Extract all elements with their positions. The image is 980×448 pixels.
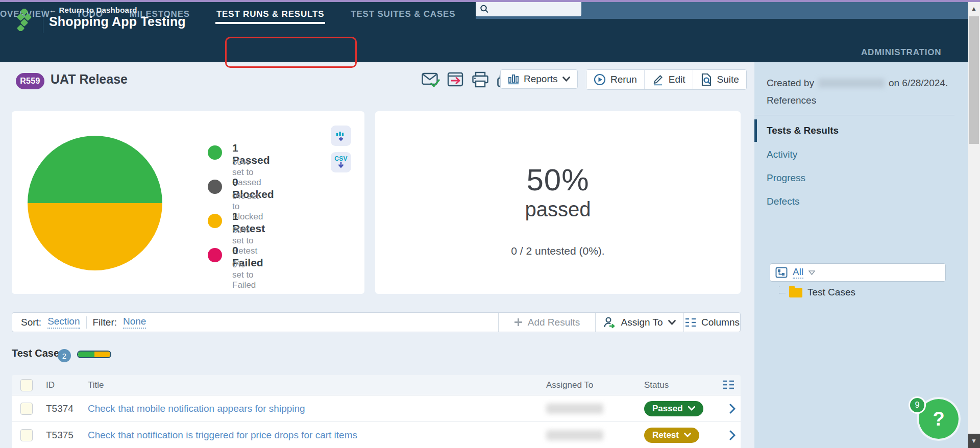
run-action-buttons: Rerun Edit Suite xyxy=(586,69,747,90)
table-row[interactable]: T5374 Check that mobile notification app… xyxy=(12,395,741,422)
status-label: Retest xyxy=(652,430,679,440)
divider xyxy=(43,9,43,33)
sort-filter-bar: Sort: Section Filter: None Add Results A… xyxy=(12,312,741,332)
retest-dot-icon xyxy=(208,214,222,228)
status-label: Passed xyxy=(652,404,683,414)
column-header-title: Title xyxy=(88,375,104,395)
status-dropdown-retest[interactable]: Retest xyxy=(644,428,699,443)
chevron-down-icon xyxy=(684,433,691,437)
assign-person-icon xyxy=(603,316,616,329)
tab-administration[interactable]: ADMINISTRATION xyxy=(861,40,941,64)
select-all-checkbox[interactable] xyxy=(20,379,33,391)
tree-all-link[interactable]: All xyxy=(793,266,803,279)
edit-label: Edit xyxy=(669,74,685,85)
tree-connector xyxy=(779,286,786,293)
row-checkbox[interactable] xyxy=(20,429,33,441)
sidebar-item-defects[interactable]: Defects xyxy=(767,196,799,207)
sidebar-item-progress[interactable]: Progress xyxy=(767,172,805,184)
filter-value-link[interactable]: None xyxy=(123,316,146,329)
print-icon[interactable] xyxy=(472,71,489,88)
search-icon xyxy=(479,4,489,14)
suite-filter-dropdown[interactable]: All xyxy=(770,263,946,282)
return-to-dashboard-link[interactable]: ← Return to Dashboard xyxy=(49,6,137,14)
sort-value-link[interactable]: Section xyxy=(47,316,80,329)
assign-to-label: Assign To xyxy=(621,317,663,328)
sort-label: Sort: xyxy=(21,317,41,328)
divider xyxy=(754,115,954,115)
run-id-badge: R559 xyxy=(16,73,44,89)
test-title-link[interactable]: Check that mobile notification appears f… xyxy=(88,403,305,414)
suite-search-icon xyxy=(700,73,713,86)
columns-icon xyxy=(685,318,696,327)
status-dropdown-passed[interactable]: Passed xyxy=(644,401,703,416)
created-by-line: Created by on 6/28/2024. xyxy=(767,78,948,89)
tree-folder-test-cases[interactable]: Test Cases xyxy=(779,287,855,298)
download-csv-button[interactable]: CSV xyxy=(331,152,351,172)
search-input[interactable] xyxy=(476,2,581,16)
suite-label: Suite xyxy=(717,74,739,85)
column-header-id: ID xyxy=(46,375,55,395)
references-link[interactable]: References xyxy=(767,95,816,106)
export-icon[interactable] xyxy=(447,71,464,88)
rerun-button[interactable]: Rerun xyxy=(586,70,644,89)
scroll-down-button[interactable]: ▼ xyxy=(968,434,980,448)
project-title: Shopping App Testing xyxy=(49,14,186,29)
rerun-label: Rerun xyxy=(610,74,637,85)
sidebar-item-tests-results[interactable]: Tests & Results xyxy=(767,125,839,136)
email-results-icon[interactable] xyxy=(422,71,440,88)
folder-icon xyxy=(789,288,802,297)
vertical-scrollbar[interactable]: ▲ ▼ xyxy=(968,0,980,448)
passed-dot-icon xyxy=(208,145,222,160)
testrail-logo[interactable] xyxy=(17,9,33,31)
tab-test-suites-cases[interactable]: TEST SUITES & CASES xyxy=(351,9,455,19)
chevron-down-icon xyxy=(688,406,695,411)
right-sidebar: Created by on 6/28/2024. References Test… xyxy=(754,62,968,448)
folder-label: Test Cases xyxy=(807,287,855,298)
assign-to-dropdown[interactable]: Assign To xyxy=(595,313,683,332)
open-test-chevron[interactable] xyxy=(729,395,736,421)
columns-label: Columns xyxy=(701,317,740,328)
tree-icon xyxy=(775,267,788,278)
pencil-icon xyxy=(652,73,664,86)
scrollbar-thumb[interactable] xyxy=(969,16,979,144)
created-on-date: on 6/28/2024. xyxy=(889,78,948,89)
table-row[interactable]: T5375 Check that notification is trigger… xyxy=(12,422,741,448)
test-cases-heading: Test Cases xyxy=(12,347,65,359)
column-header-assigned-to: Assigned To xyxy=(546,375,593,395)
csv-label: CSV xyxy=(334,156,348,162)
scroll-up-button[interactable]: ▲ xyxy=(968,2,980,15)
download-arrow-icon xyxy=(336,162,346,168)
untested-summary: 0 / 2 untested (0%). xyxy=(375,245,741,257)
progress-passed-segment xyxy=(78,352,94,357)
edit-button[interactable]: Edit xyxy=(644,70,693,89)
row-checkbox[interactable] xyxy=(20,403,33,415)
run-toolbar-icons xyxy=(422,70,511,89)
reports-dropdown-button[interactable]: Reports xyxy=(500,69,578,89)
download-chart-button[interactable] xyxy=(331,126,351,146)
passed-label: passed xyxy=(375,198,741,221)
add-results-label: Add Results xyxy=(528,317,580,328)
add-results-button[interactable]: Add Results xyxy=(498,313,595,332)
tab-test-runs-results[interactable]: TEST RUNS & RESULTS xyxy=(216,9,324,19)
testrail-app: Working On Help & Feedback xyxy=(0,0,980,448)
table-columns-settings-button[interactable] xyxy=(722,380,734,390)
top-accent-line xyxy=(0,0,980,2)
column-header-status: Status xyxy=(644,375,669,395)
suite-button[interactable]: Suite xyxy=(693,70,746,89)
redacted-assignee xyxy=(546,404,603,414)
columns-button[interactable]: Columns xyxy=(683,313,741,332)
plus-icon xyxy=(514,318,523,327)
redacted-creator-name xyxy=(818,79,885,88)
triangle-down-icon xyxy=(808,270,815,275)
table-header-row: ID Title Assigned To Status xyxy=(12,375,741,395)
test-title-link[interactable]: Check that notification is triggered for… xyxy=(88,430,357,441)
divider xyxy=(86,316,87,329)
open-test-chevron[interactable] xyxy=(729,422,736,448)
test-id: T5374 xyxy=(46,395,74,421)
sidebar-item-activity[interactable]: Activity xyxy=(767,149,797,160)
chart-download-icon xyxy=(335,130,347,141)
status-pie-chart xyxy=(28,136,162,270)
chevron-down-icon xyxy=(668,320,676,325)
test-cases-mini-progress xyxy=(77,351,111,358)
test-id: T5375 xyxy=(46,422,74,448)
